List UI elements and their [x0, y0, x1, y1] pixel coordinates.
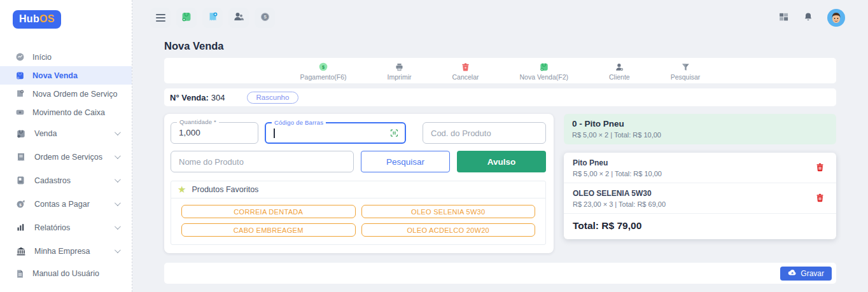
sidebar-item-label: Contas a Pagar [34, 200, 90, 209]
action-label: Imprimir [388, 74, 412, 81]
cart-item-detail: R$ 23,00 × 3 | Total: R$ 69,00 [573, 200, 814, 208]
chevron-down-icon [115, 176, 121, 183]
product-form-card: Quantidade * 1,000 Código de Barras Pesq… [164, 114, 554, 253]
new-sale-action[interactable]: Nova Venda(F2) [520, 61, 568, 81]
product-code-input[interactable] [423, 122, 546, 144]
sidebar-item-label: Início [32, 53, 52, 62]
apps-grid-icon [778, 11, 789, 25]
printer-icon [395, 61, 404, 72]
bag-icon [539, 61, 549, 72]
highlight-title: 0 - Pito Pneu [572, 119, 828, 129]
star-icon: ★ [178, 184, 186, 194]
payment-action[interactable]: $ Pagamento(F6) [300, 61, 347, 81]
sidebar-item-label: Venda [34, 129, 57, 138]
cart-panel: 0 - Pito Pneu R$ 5,00 × 2 | Total: R$ 10… [564, 114, 836, 239]
topbar: S [132, 0, 868, 36]
svg-text:$: $ [322, 64, 325, 70]
sidebar-item-contas-a-pagar[interactable]: $ Contas a Pagar [0, 192, 132, 216]
action-label: Pagamento(F6) [300, 74, 347, 81]
favorites-title: Produtos Favoritos [192, 185, 258, 194]
cart-item: OLEO SELENIA 5W30 R$ 23,00 × 3 | Total: … [564, 183, 836, 214]
favorite-products-section: ★ Produtos Favoritos CORREIA DENTADA OLE… [171, 181, 546, 245]
sidebar-item-manual-usuario[interactable]: Manual do Usuário [0, 263, 132, 284]
favorites-grid: CORREIA DENTADA OLEO SELENIA 5W30 CABO E… [171, 198, 545, 244]
quick-cash-button[interactable]: S [255, 8, 275, 28]
search-action[interactable]: Pesquisar [671, 61, 701, 81]
cart-item: Pito Pneu R$ 5,00 × 2 | Total: R$ 10,00 [564, 153, 836, 183]
svg-text:S: S [263, 15, 267, 20]
coin-dollar-icon: $ [15, 199, 26, 209]
chevron-down-icon [115, 200, 121, 206]
favorite-product-button[interactable]: CORREIA DENTADA [181, 205, 356, 218]
sale-number-value: 304 [211, 93, 225, 102]
topbar-user-area [778, 9, 845, 27]
sidebar-item-relatorios[interactable]: Relatórios [0, 216, 132, 239]
clients-people-icon [233, 11, 244, 25]
hubos-logo: HubOS [13, 10, 61, 29]
cancel-action[interactable]: Cancelar [452, 61, 479, 81]
menu-icon [156, 14, 165, 22]
sidebar-item-minha-empresa[interactable]: Minha Empresa [0, 239, 132, 263]
remove-item-button[interactable] [814, 161, 826, 176]
quantity-field[interactable]: Quantidade * 1,000 [171, 122, 258, 144]
money-icon: $ [318, 61, 328, 72]
chevron-down-icon [115, 129, 121, 136]
ticket-icon [15, 152, 26, 162]
menu-toggle-button[interactable] [150, 8, 171, 28]
sidebar-item-cadastros[interactable]: Cadastros [0, 169, 132, 192]
coin-s-icon: S [260, 11, 270, 25]
sidebar-item-label: Minha Empresa [34, 247, 90, 256]
favorite-product-button[interactable]: CABO EMBREAGEM [181, 223, 356, 237]
loose-item-button[interactable]: Avulso [457, 151, 546, 172]
logo-text-hub: Hub [19, 13, 39, 24]
search-button[interactable]: Pesquisar [361, 151, 450, 172]
save-button-label: Gravar [801, 269, 824, 278]
sidebar-item-nova-ordem-servico[interactable]: Nova Ordem de Serviço [0, 85, 132, 103]
sidebar-item-label: Ordem de Serviços [34, 153, 102, 162]
sidebar-item-label: Cadastros [34, 176, 71, 185]
sidebar-item-inicio[interactable]: Início [0, 48, 132, 66]
print-action[interactable]: Imprimir [388, 61, 412, 81]
chevron-down-icon [115, 153, 121, 159]
action-label: Nova Venda(F2) [520, 74, 568, 81]
remove-item-button[interactable] [814, 191, 826, 206]
user-avatar[interactable] [827, 9, 845, 27]
sidebar-item-movimento-caixa[interactable]: Movimento de Caixa [0, 103, 132, 122]
save-button[interactable]: Gravar [780, 267, 832, 281]
cloud-save-icon [788, 268, 797, 278]
text-caret [274, 129, 275, 138]
product-name-input[interactable] [171, 151, 354, 172]
cart-item-name: OLEO SELENIA 5W30 [573, 189, 814, 198]
sidebar-item-nova-venda[interactable]: Nova Venda [0, 66, 132, 85]
trash-icon [815, 193, 825, 205]
cart-items-card: Pito Pneu R$ 5,00 × 2 | Total: R$ 10,00 … [564, 153, 836, 239]
sidebar: HubOS Início Nova Venda Nova Ordem de Se… [0, 0, 132, 292]
barcode-label: Código de Barras [272, 120, 326, 126]
favorite-product-button[interactable]: OLEO SELENIA 5W30 [361, 205, 536, 218]
quick-new-service-order-button[interactable] [202, 8, 223, 28]
client-action[interactable]: Cliente [609, 61, 630, 81]
qr-scan-icon[interactable] [389, 129, 399, 138]
barcode-field[interactable]: Código de Barras [265, 122, 406, 144]
notifications-bell-icon [803, 11, 813, 25]
chevron-down-icon [115, 247, 121, 253]
sale-action-toolbar: $ Pagamento(F6) Imprimir Cancelar Nova V… [164, 58, 836, 83]
sidebar-item-label: Relatórios [34, 223, 70, 232]
sidebar-item-ordem-servicos[interactable]: Ordem de Serviços [0, 145, 132, 169]
status-badge: Rascunho [247, 92, 299, 104]
shopping-bag-icon [15, 71, 25, 80]
cart-total: Total: R$ 79,00 [564, 214, 836, 239]
apps-grid-button[interactable] [778, 11, 789, 25]
quick-clients-button[interactable] [228, 8, 249, 28]
chevron-down-icon [115, 223, 121, 230]
quick-new-sale-button[interactable] [176, 8, 197, 28]
action-label: Cliente [609, 74, 630, 81]
notifications-button[interactable] [803, 11, 813, 25]
sidebar-nav: Início Nova Venda Nova Ordem de Serviço … [0, 48, 132, 284]
sidebar-item-venda[interactable]: Venda [0, 122, 132, 145]
quantity-value: 1,000 [171, 123, 258, 143]
action-label: Pesquisar [671, 74, 701, 81]
cart-item-name: Pito Pneu [573, 158, 814, 167]
logo-text-os: OS [39, 13, 55, 24]
favorite-product-button[interactable]: OLEO ACDELCO 20W20 [361, 223, 536, 237]
